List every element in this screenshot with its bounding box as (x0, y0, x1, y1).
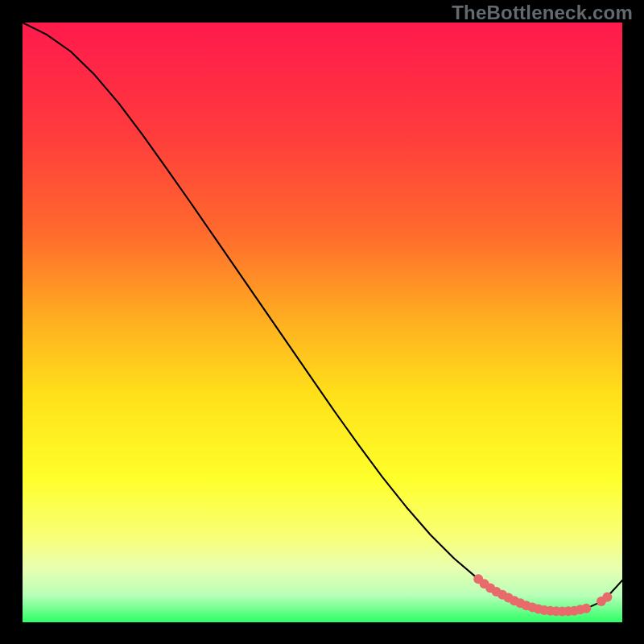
chart-frame: TheBottleneck.com (0, 0, 644, 644)
data-marker (602, 592, 612, 602)
gradient-background (23, 23, 622, 622)
plot-area (23, 23, 622, 622)
chart-svg (23, 23, 622, 622)
watermark-text: TheBottleneck.com (452, 2, 633, 24)
data-marker (581, 604, 591, 613)
